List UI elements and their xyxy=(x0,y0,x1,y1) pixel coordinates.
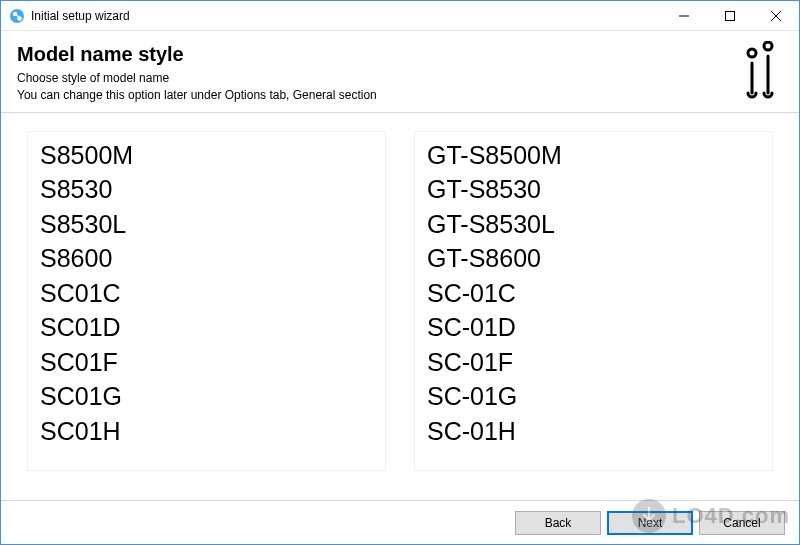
style-icon xyxy=(739,41,781,103)
cancel-button[interactable]: Cancel xyxy=(699,511,785,535)
model-item: SC-01F xyxy=(427,345,760,380)
wizard-footer: Back Next Cancel xyxy=(1,500,799,544)
minimize-button[interactable] xyxy=(661,1,707,31)
wizard-header: Model name style Choose style of model n… xyxy=(1,31,799,113)
close-button[interactable] xyxy=(753,1,799,31)
model-item: S8500M xyxy=(40,138,373,173)
page-subtext-1: Choose style of model name xyxy=(17,70,783,87)
model-item: SC01G xyxy=(40,379,373,414)
model-item: GT-S8500M xyxy=(427,138,760,173)
model-item: S8530L xyxy=(40,207,373,242)
svg-line-6 xyxy=(771,11,781,21)
model-item: SC-01H xyxy=(427,414,760,449)
window-title: Initial setup wizard xyxy=(31,9,130,23)
options-area: S8500MS8530S8530LS8600SC01CSC01DSC01FSC0… xyxy=(1,113,799,471)
model-item: SC-01C xyxy=(427,276,760,311)
svg-point-8 xyxy=(748,49,756,57)
model-item: GT-S8600 xyxy=(427,241,760,276)
model-item: SC01H xyxy=(40,414,373,449)
svg-line-7 xyxy=(771,11,781,21)
model-item: SC01C xyxy=(40,276,373,311)
next-button[interactable]: Next xyxy=(607,511,693,535)
model-item: S8530 xyxy=(40,172,373,207)
model-item: SC01F xyxy=(40,345,373,380)
model-item: SC-01D xyxy=(427,310,760,345)
app-icon xyxy=(9,8,25,24)
svg-point-10 xyxy=(764,42,772,50)
maximize-button[interactable] xyxy=(707,1,753,31)
model-item: S8600 xyxy=(40,241,373,276)
page-heading: Model name style xyxy=(17,43,783,66)
titlebar: Initial setup wizard xyxy=(1,1,799,31)
page-subtext-2: You can change this option later under O… xyxy=(17,87,783,104)
wizard-window: Initial setup wizard Model name style Ch… xyxy=(0,0,800,545)
model-item: SC01D xyxy=(40,310,373,345)
window-controls xyxy=(661,1,799,30)
model-item: GT-S8530 xyxy=(427,172,760,207)
style-option-full[interactable]: GT-S8500MGT-S8530GT-S8530LGT-S8600SC-01C… xyxy=(414,131,773,471)
svg-rect-5 xyxy=(726,12,735,21)
model-item: GT-S8530L xyxy=(427,207,760,242)
model-item: SC-01G xyxy=(427,379,760,414)
style-option-short[interactable]: S8500MS8530S8530LS8600SC01CSC01DSC01FSC0… xyxy=(27,131,386,471)
back-button[interactable]: Back xyxy=(515,511,601,535)
